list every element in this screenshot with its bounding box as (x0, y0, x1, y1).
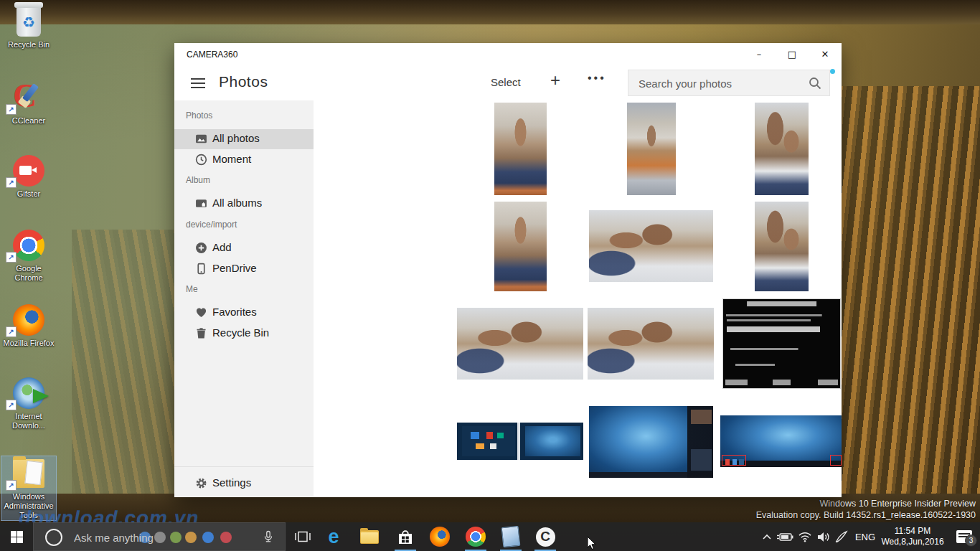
desktop-icon-internet-download-manager[interactable]: ↗ Internet Downlo... (1, 376, 56, 430)
firefox-icon (430, 527, 450, 547)
desktop-icon-gifster[interactable]: ↗ Gifster (1, 154, 56, 199)
heart-icon (195, 306, 207, 319)
photo-grid (314, 100, 842, 497)
sidebar-item-moment[interactable]: Moment (174, 150, 314, 170)
photo-thumbnail[interactable] (457, 308, 583, 380)
photo-thumbnail[interactable] (755, 103, 809, 195)
sidebar-item-add[interactable]: Add (174, 238, 314, 258)
sidebar-item-label: Favorites (212, 306, 257, 318)
window-title: CAMERA360 (187, 50, 237, 60)
desktop-icon-label: Gifster (1, 189, 56, 199)
taskbar-app-chrome[interactable] (460, 522, 491, 551)
search-icon[interactable] (808, 76, 822, 90)
photo-thumbnail[interactable] (589, 406, 713, 478)
chrome-icon: ↗ (1, 228, 56, 263)
page-title: Photos (219, 73, 268, 90)
taskbar-clock[interactable]: 11:54 PM Wed,8,Jun,2016 (878, 526, 947, 547)
photo-thumbnail[interactable] (588, 308, 714, 380)
photo-thumbnail[interactable] (589, 210, 713, 282)
wallpaper-top-band (0, 0, 980, 24)
more-options-button[interactable]: ••• (588, 72, 606, 85)
time-label: 11:54 PM (878, 526, 947, 537)
photo-thumbnail[interactable] (494, 103, 547, 195)
edge-icon: e (328, 527, 339, 547)
sidebar-item-label: Moment (212, 153, 251, 165)
photo-thumbnail[interactable] (755, 202, 809, 291)
taskbar-app-notepad[interactable] (495, 522, 527, 551)
taskbar-app-camera360[interactable]: C (529, 522, 561, 551)
sidebar-section-heading: Me (186, 284, 198, 294)
desktop-icon-recycle-bin[interactable]: ♻ Recycle Bin (1, 4, 56, 50)
album-icon (195, 197, 207, 209)
taskbar-search-input[interactable] (72, 523, 219, 551)
mouse-cursor (587, 537, 597, 551)
search-input[interactable] (637, 70, 798, 97)
minimize-button[interactable]: – (743, 43, 776, 65)
select-button[interactable]: Select (491, 76, 521, 88)
sidebar-divider (174, 466, 314, 467)
sidebar-item-settings[interactable]: Settings (174, 474, 314, 494)
idm-icon: ↗ (1, 376, 56, 410)
photo-thumbnail[interactable] (457, 423, 583, 460)
taskbar-app-store[interactable] (390, 522, 421, 551)
action-center-icon: 3 (956, 530, 972, 543)
photo-thumbnail[interactable] (720, 415, 842, 467)
photo-search-box[interactable] (628, 70, 830, 96)
hamburger-menu-icon[interactable] (191, 78, 205, 88)
sidebar-item-label: PenDrive (212, 262, 257, 274)
task-view-button[interactable] (288, 522, 317, 551)
sidebar-item-pendrive[interactable]: PenDrive (174, 259, 314, 279)
microphone-icon[interactable] (262, 530, 275, 543)
window-titlebar[interactable]: CAMERA360 – □ ✕ (174, 43, 842, 66)
add-circle-icon (195, 242, 207, 254)
notepad-icon (501, 526, 521, 547)
taskbar-app-edge[interactable]: e (318, 522, 349, 551)
sidebar-item-label: Add (212, 241, 232, 253)
dinosaur-skeleton-legs (72, 230, 174, 517)
wifi-icon[interactable] (795, 522, 815, 551)
dinosaur-skeleton-ribs (838, 86, 980, 499)
language-label: ENG (855, 532, 875, 542)
close-button[interactable]: ✕ (809, 43, 842, 65)
desktop: ♻ Recycle Bin C↗ CCleaner ↗ Gifster ↗ Go… (0, 0, 980, 551)
action-center-button[interactable]: 3 (951, 522, 977, 551)
notification-badge: 3 (965, 534, 977, 547)
taskbar-app-file-explorer[interactable] (354, 522, 385, 551)
gear-icon (195, 477, 207, 489)
photo-thumbnail[interactable] (494, 202, 547, 291)
pen-icon[interactable] (831, 522, 852, 551)
firefox-icon: ↗ (1, 303, 56, 337)
photo-thumbnail[interactable] (722, 298, 841, 389)
desktop-icon-label: Recycle Bin (1, 40, 56, 50)
photo-thumbnail[interactable] (627, 103, 676, 195)
notification-dot (830, 69, 835, 74)
sidebar-item-label: All albums (212, 197, 262, 209)
sidebar-item-all-albums[interactable]: All albums (174, 194, 314, 214)
device-icon (195, 263, 207, 275)
sidebar-item-label: Recycle Bin (212, 326, 269, 339)
battery-icon[interactable] (775, 522, 795, 551)
taskbar-app-firefox[interactable] (424, 522, 456, 551)
start-button[interactable] (0, 522, 33, 551)
add-button[interactable]: + (550, 70, 560, 90)
windows-build-watermark: Windows 10 Enterprise Insider Preview Ev… (756, 498, 976, 521)
store-icon (396, 527, 415, 546)
chrome-icon (466, 527, 486, 547)
desktop-icon-ccleaner[interactable]: C↗ CCleaner (1, 80, 56, 126)
taskbar: e C ENG 11:54 PM Wed,8,Jun,2016 (0, 522, 980, 551)
decorative-dot (220, 532, 232, 543)
language-indicator[interactable]: ENG (852, 522, 878, 551)
sidebar-item-recycle-bin[interactable]: Recycle Bin (174, 324, 314, 344)
sidebar-item-all-photos[interactable]: All photos (174, 129, 314, 149)
clock-icon (195, 154, 207, 166)
desktop-icon-google-chrome[interactable]: ↗ Google Chrome (1, 228, 56, 283)
cortana-search-box[interactable] (33, 522, 286, 551)
tray-expand-chevron[interactable] (758, 522, 776, 551)
desktop-icon-label: Google Chrome (1, 264, 56, 283)
desktop-icon-mozilla-firefox[interactable]: ↗ Mozilla Firefox (1, 303, 56, 348)
app-header: Photos Select + ••• (174, 66, 842, 100)
ccleaner-icon: C↗ (1, 80, 56, 115)
sidebar-item-favorites[interactable]: Favorites (174, 303, 314, 323)
camera360-icon: C (536, 527, 555, 547)
maximize-button[interactable]: □ (776, 43, 809, 65)
